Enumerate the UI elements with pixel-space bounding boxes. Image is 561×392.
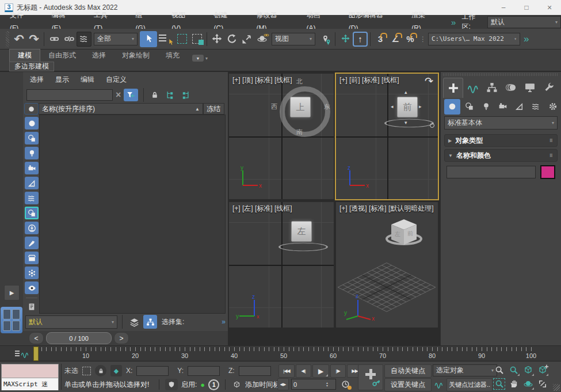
tab-display[interactable] <box>520 78 539 97</box>
viewport-front-label[interactable]: [+] [前] [标准] [线框] <box>339 75 399 85</box>
filter-lights-icon[interactable] <box>25 147 39 159</box>
toolbar-grip[interactable] <box>6 31 9 47</box>
project-folder-dropdown[interactable]: C:\Users\… Max 2022 ▾ <box>428 33 520 45</box>
zoom-extents-all-button[interactable] <box>536 364 549 376</box>
freeze-column-header[interactable]: 冻结 <box>203 103 224 115</box>
current-frame-marker[interactable] <box>33 347 39 361</box>
object-name-field[interactable] <box>446 166 536 178</box>
menu-overflow-chevron[interactable]: » <box>451 17 456 27</box>
selection-lock-region-icon[interactable] <box>82 367 91 375</box>
pan-button[interactable] <box>507 378 520 390</box>
ribbon-tab-freeform[interactable]: 自由形式 <box>40 50 84 62</box>
rollout-name-color[interactable]: ▼ 名称和颜色 ⠿ <box>444 149 558 162</box>
key-filters-button[interactable]: 关键点过滤器.. <box>446 378 493 391</box>
search-input[interactable] <box>26 89 113 101</box>
select-and-scale-button[interactable] <box>239 32 254 47</box>
viewcube-arrow-down[interactable]: ▾ <box>404 120 407 125</box>
viewcube-top-face[interactable]: 上 <box>290 97 311 117</box>
compass-north-label[interactable]: 北 <box>296 77 303 86</box>
select-and-link-button[interactable] <box>47 32 62 47</box>
viewport-front[interactable]: [+] [前] [标准] [线框] 前 ▴ ◂ ▸ ▾ ↷ z x <box>336 74 438 199</box>
category-geometry[interactable] <box>444 99 460 115</box>
close-button[interactable]: × <box>538 0 561 15</box>
search-filter-button[interactable] <box>124 89 138 101</box>
filter-xrefs-icon[interactable] <box>25 222 39 234</box>
play-button[interactable]: ▶ <box>312 364 329 378</box>
snap-toggle-3d-button[interactable]: 3 <box>373 32 388 47</box>
maxscript-pink-row[interactable] <box>2 364 58 378</box>
time-slider-prev-button[interactable]: < <box>29 332 44 344</box>
viewcube-front-face[interactable]: 前 <box>397 97 418 117</box>
scene-explorer-toggle-button[interactable] <box>143 315 157 329</box>
spinner-icon[interactable]: ▴▾ <box>326 382 328 387</box>
ribbon-tab-object-paint[interactable]: 对象绘制 <box>114 50 158 62</box>
default-tangent-button[interactable] <box>432 378 445 390</box>
zoom-button[interactable] <box>493 364 506 376</box>
tab-hierarchy[interactable] <box>482 78 501 97</box>
zoom-all-button[interactable] <box>507 364 520 376</box>
filter-shapes-icon[interactable] <box>25 132 39 144</box>
filter-helpers-icon[interactable] <box>25 177 39 189</box>
select-and-rotate-button[interactable] <box>224 32 239 47</box>
object-category-dropdown[interactable]: 标准基本体 ▾ <box>444 116 558 130</box>
filter-bones-icon[interactable] <box>25 237 39 249</box>
time-configuration-button[interactable] <box>338 378 352 390</box>
clear-search-icon[interactable]: × <box>116 90 121 100</box>
maximize-viewport-toggle[interactable] <box>536 378 549 390</box>
collapse-hierarchy-icon[interactable] <box>179 87 192 102</box>
z-coordinate-field[interactable] <box>239 366 271 376</box>
minimize-button[interactable]: – <box>492 0 515 15</box>
select-and-move-button[interactable] <box>209 32 224 47</box>
ribbon-tab-modeling[interactable]: 建模 <box>9 49 40 62</box>
orbit-button[interactable] <box>521 378 535 390</box>
zoom-extents-button[interactable] <box>521 364 535 376</box>
viewcube-home-dot[interactable] <box>430 123 434 128</box>
time-slider-track[interactable]: 0 / 100 <box>46 332 112 344</box>
previous-frame-button[interactable]: ◀| <box>296 364 311 378</box>
rollout-object-type[interactable]: ▶ 对象类型 ⠿ <box>444 134 558 147</box>
tab-utilities[interactable] <box>539 78 558 97</box>
go-to-start-button[interactable]: |◀◀ <box>278 364 295 378</box>
type-column-header[interactable] <box>24 103 39 115</box>
category-helpers[interactable] <box>512 99 527 114</box>
next-frame-button[interactable]: |▶ <box>330 364 346 378</box>
select-and-manipulate-button[interactable] <box>338 32 353 47</box>
name-column-header[interactable]: 名称(按升序排序) ▲ <box>39 103 203 115</box>
use-center-flyout-button[interactable] <box>318 32 333 47</box>
filter-cameras-icon[interactable] <box>25 162 39 174</box>
filter-particles-icon[interactable] <box>25 267 39 279</box>
select-by-name-button[interactable] <box>157 32 174 47</box>
time-slider-next-button[interactable]: > <box>114 332 129 344</box>
maxscript-mini-listener[interactable]: MAXScript 迷 <box>1 364 59 390</box>
ribbon-tab-selection[interactable]: 选择 <box>84 50 114 62</box>
x-coordinate-field[interactable] <box>136 366 169 376</box>
viewcube-arrow-up[interactable]: ▴ <box>404 89 407 95</box>
viewport-left[interactable]: [+] [左] [标准] [线框] 左 z y x <box>229 202 334 328</box>
maxscript-label[interactable]: MAXScript 迷 <box>2 378 58 390</box>
key-mode-dropdown[interactable]: 选定对象 ▾ <box>433 364 497 376</box>
isolate-selection-shield-button[interactable] <box>165 379 178 390</box>
lock-explorer-icon[interactable] <box>149 87 161 102</box>
set-keys-big-button[interactable] <box>358 364 383 390</box>
undo-button[interactable]: ↶ <box>12 32 26 47</box>
viewport-top[interactable]: [+] [顶] [标准] [线框] 上 北 南 西 东 y x <box>229 74 334 199</box>
viewport-layout-tab[interactable] <box>1 307 22 333</box>
category-space-warps[interactable] <box>528 99 544 114</box>
panel-grip[interactable] <box>443 73 559 76</box>
maximize-button[interactable]: □ <box>515 0 538 15</box>
layers-icon[interactable] <box>127 314 141 329</box>
redo-button[interactable]: ↷ <box>26 32 41 47</box>
tab-modify[interactable] <box>463 78 482 97</box>
percent-snap-toggle[interactable]: % <box>403 32 418 47</box>
reference-coordinate-dropdown[interactable]: 视图 ▾ <box>272 33 315 45</box>
expand-panel-button[interactable]: ▶ <box>4 285 20 300</box>
current-frame-field[interactable] <box>292 379 326 389</box>
bottom-bar-overflow-chevron[interactable]: » <box>222 318 226 326</box>
explorer-menu-select[interactable]: 选择 <box>24 75 49 85</box>
ribbon-panel-polygon-modeling[interactable]: 多边形建模 <box>9 62 54 71</box>
explorer-menu-display[interactable]: 显示 <box>49 75 75 85</box>
filter-hidden-icon[interactable] <box>25 281 39 294</box>
category-cameras[interactable] <box>495 99 510 114</box>
selection-lock-toggle[interactable] <box>95 365 106 376</box>
explorer-object-list[interactable] <box>39 115 226 314</box>
